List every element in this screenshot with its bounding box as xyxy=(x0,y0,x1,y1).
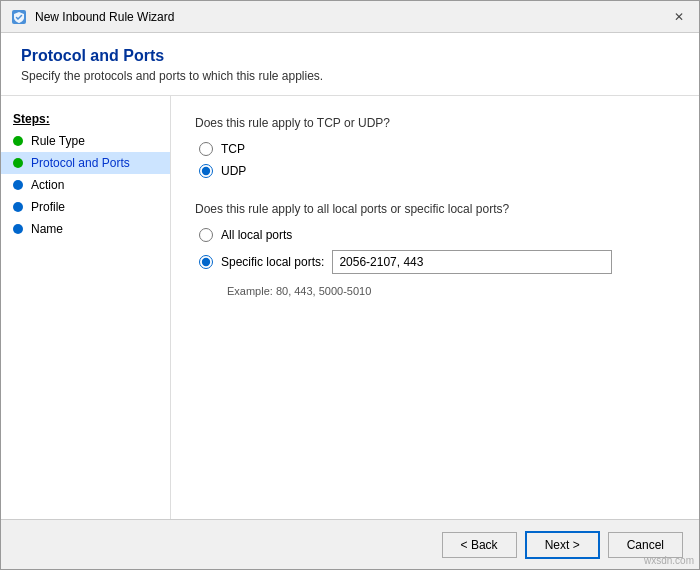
udp-option[interactable]: UDP xyxy=(199,164,675,178)
step-indicator-name xyxy=(13,224,23,234)
tcp-radio[interactable] xyxy=(199,142,213,156)
all-ports-label: All local ports xyxy=(221,228,292,242)
sidebar-item-rule-type[interactable]: Rule Type xyxy=(1,130,170,152)
page-subtitle: Specify the protocols and ports to which… xyxy=(21,69,679,83)
protocol-question: Does this rule apply to TCP or UDP? xyxy=(195,116,675,130)
ports-example: Example: 80, 443, 5000-5010 xyxy=(227,285,675,297)
protocol-radio-group: TCP UDP xyxy=(195,142,675,178)
titlebar: New Inbound Rule Wizard ✕ xyxy=(1,1,699,33)
steps-sidebar: Steps: Rule Type Protocol and Ports Acti… xyxy=(1,96,171,519)
main-content: Does this rule apply to TCP or UDP? TCP … xyxy=(171,96,699,519)
app-icon xyxy=(11,9,27,25)
sidebar-item-protocol-ports[interactable]: Protocol and Ports xyxy=(1,152,170,174)
step-indicator-rule-type xyxy=(13,136,23,146)
sidebar-item-action[interactable]: Action xyxy=(1,174,170,196)
dialog-footer: < Back Next > Cancel xyxy=(1,519,699,569)
specific-ports-radio[interactable] xyxy=(199,255,213,269)
next-button[interactable]: Next > xyxy=(525,531,600,559)
all-ports-option[interactable]: All local ports xyxy=(199,228,675,242)
step-indicator-protocol-ports xyxy=(13,158,23,168)
step-indicator-profile xyxy=(13,202,23,212)
step-indicator-action xyxy=(13,180,23,190)
specific-ports-label: Specific local ports: xyxy=(221,255,324,269)
specific-ports-option: Specific local ports: xyxy=(199,250,675,274)
back-button[interactable]: < Back xyxy=(442,532,517,558)
sidebar-item-profile[interactable]: Profile xyxy=(1,196,170,218)
cancel-button[interactable]: Cancel xyxy=(608,532,683,558)
steps-heading: Steps: xyxy=(1,106,170,130)
ports-input[interactable] xyxy=(332,250,612,274)
sidebar-item-name[interactable]: Name xyxy=(1,218,170,240)
ports-question: Does this rule apply to all local ports … xyxy=(195,202,675,216)
ports-radio-group: All local ports Specific local ports: Ex… xyxy=(195,228,675,297)
udp-radio[interactable] xyxy=(199,164,213,178)
tcp-option[interactable]: TCP xyxy=(199,142,675,156)
udp-label: UDP xyxy=(221,164,246,178)
window-title: New Inbound Rule Wizard xyxy=(35,10,174,24)
dialog-header: Protocol and Ports Specify the protocols… xyxy=(1,33,699,96)
watermark: wxsdn.com xyxy=(644,555,694,566)
all-ports-radio[interactable] xyxy=(199,228,213,242)
tcp-label: TCP xyxy=(221,142,245,156)
close-button[interactable]: ✕ xyxy=(669,7,689,27)
page-title: Protocol and Ports xyxy=(21,47,679,65)
